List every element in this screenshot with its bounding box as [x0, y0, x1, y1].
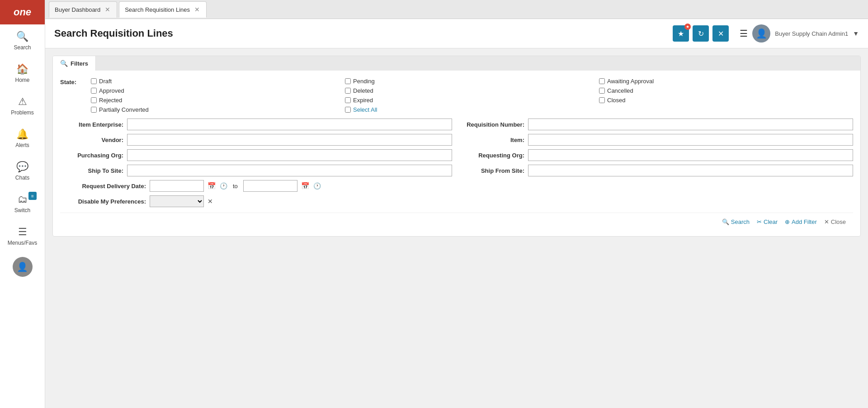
close-tab-button[interactable]: ✕: [712, 25, 729, 42]
sidebar-item-label: Alerts: [15, 142, 29, 148]
refresh-icon: ↻: [698, 29, 704, 38]
cancelled-checkbox[interactable]: [599, 88, 605, 94]
chat-icon: 💬: [16, 161, 28, 173]
requesting-org-label: Requesting Org:: [461, 152, 524, 159]
ship-from-site-input[interactable]: [528, 165, 853, 176]
page-title: Search Requisition Lines: [54, 28, 173, 39]
requesting-org-row: Requesting Org:: [461, 149, 853, 161]
item-enterprise-label: Item Enterprise:: [60, 121, 123, 128]
requisition-number-input[interactable]: [528, 119, 853, 130]
form-right-col: Requisition Number: Item: Requesting Org…: [461, 119, 853, 176]
close-link-icon: ✕: [824, 218, 829, 225]
filters-tab-item[interactable]: 🔍 Filters: [53, 56, 96, 71]
calendar-to-icon[interactable]: 📅: [301, 182, 310, 190]
state-select-all: Select All: [345, 106, 599, 113]
avatar-icon: 👤: [17, 261, 28, 272]
clock-from-icon[interactable]: 🕐: [220, 182, 227, 190]
state-cancelled: Cancelled: [599, 87, 853, 94]
clear-link-icon: ✂: [757, 218, 762, 225]
date-from-input[interactable]: [150, 180, 204, 192]
item-row: Item:: [461, 134, 853, 146]
state-label: State:: [60, 78, 87, 85]
avatar-icon: 👤: [756, 28, 767, 39]
tab-search-req-lines[interactable]: Search Requisition Lines ✕: [119, 1, 207, 18]
close-link[interactable]: ✕ Close: [824, 218, 846, 225]
state-col-1: Draft Approved Rejected: [91, 78, 345, 113]
date-to-input[interactable]: [243, 180, 297, 192]
pending-checkbox[interactable]: [345, 78, 351, 84]
user-avatar[interactable]: 👤: [752, 24, 770, 43]
avatar[interactable]: 👤: [13, 257, 33, 277]
sidebar-item-home[interactable]: 🏠 Home: [0, 57, 45, 90]
ship-from-site-label: Ship From Site:: [461, 167, 524, 174]
preferences-select[interactable]: [150, 195, 204, 207]
main-area: Buyer Dashboard ✕ Search Requisition Lin…: [45, 0, 868, 408]
sidebar-item-alerts[interactable]: 🔔 Alerts: [0, 122, 45, 155]
item-enterprise-input[interactable]: [127, 119, 452, 130]
deleted-checkbox[interactable]: [345, 88, 351, 94]
sidebar-item-label: Chats: [15, 175, 29, 181]
closed-checkbox[interactable]: [599, 97, 605, 103]
user-area: ☰ 👤 Buyer Supply Chain Admin1 ▼: [740, 24, 859, 43]
sidebar-item-label: Switch: [14, 207, 30, 213]
awaiting-approval-checkbox[interactable]: [599, 78, 605, 84]
user-dropdown-icon[interactable]: ▼: [853, 30, 859, 37]
deleted-label: Deleted: [353, 87, 373, 94]
hamburger-icon[interactable]: ☰: [740, 28, 748, 39]
partially-converted-label: Partially Converted: [99, 106, 149, 113]
header: Search Requisition Lines ★ ★ ↻ ✕ ☰ 👤 Buy…: [45, 19, 868, 48]
tab-label: Search Requisition Lines: [125, 6, 190, 13]
requesting-org-input[interactable]: [528, 149, 853, 161]
state-row: State: Draft Approved: [60, 78, 853, 113]
rejected-checkbox[interactable]: [91, 97, 97, 103]
sidebar-item-problems[interactable]: ⚠ Problems: [0, 90, 45, 122]
pending-label: Pending: [353, 78, 375, 85]
sidebar-item-search[interactable]: 🔍 Search: [0, 24, 45, 57]
tab-buyer-dashboard[interactable]: Buyer Dashboard ✕: [49, 1, 117, 18]
calendar-from-icon[interactable]: 📅: [208, 182, 216, 190]
preferences-clear-icon[interactable]: ✕: [208, 198, 213, 205]
tab-close-buyer-dashboard[interactable]: ✕: [104, 6, 111, 13]
add-filter-label: Add Filter: [792, 218, 817, 225]
bell-icon: 🔔: [16, 128, 28, 140]
draft-label: Draft: [99, 78, 112, 85]
requisition-number-label: Requisition Number:: [461, 121, 524, 128]
filters-panel: 🔍 Filters State: Draft: [52, 56, 861, 237]
ship-to-site-label: Ship To Site:: [60, 167, 123, 174]
warning-icon: ⚠: [18, 96, 27, 108]
state-expired: Expired: [345, 97, 599, 104]
filter-actions: 🔍 Search ✂ Clear ⊕ Add Filter ✕ Close: [60, 213, 853, 229]
sidebar-item-switch[interactable]: 🗂 ≡ Switch: [0, 187, 45, 220]
sidebar-item-chats[interactable]: 💬 Chats: [0, 155, 45, 187]
search-link[interactable]: 🔍 Search: [722, 218, 750, 225]
purchasing-org-label: Purchasing Org:: [60, 152, 123, 159]
filters-tab-label: Filters: [71, 60, 88, 67]
add-filter-link[interactable]: ⊕ Add Filter: [785, 218, 817, 225]
close-icon: ✕: [718, 29, 724, 38]
approved-checkbox[interactable]: [91, 88, 97, 94]
select-all-checkbox[interactable]: [345, 107, 351, 113]
app-logo[interactable]: one: [0, 0, 45, 24]
content-area: 🔍 Filters State: Draft: [45, 48, 868, 408]
sidebar-item-menus[interactable]: ☰ Menus/Favs: [0, 220, 45, 252]
state-draft: Draft: [91, 78, 345, 85]
clock-to-icon[interactable]: 🕐: [313, 182, 321, 190]
select-all-link[interactable]: Select All: [353, 106, 377, 113]
refresh-button[interactable]: ↻: [693, 25, 709, 42]
state-checkboxes: Draft Approved Rejected: [91, 78, 853, 113]
preferences-row: Disable My Preferences: ✕: [60, 195, 853, 207]
sidebar-item-label: Menus/Favs: [8, 240, 37, 246]
cancelled-label: Cancelled: [607, 87, 633, 94]
vendor-input[interactable]: [127, 134, 452, 146]
purchasing-org-input[interactable]: [127, 149, 452, 161]
partially-converted-checkbox[interactable]: [91, 107, 97, 113]
item-input[interactable]: [528, 134, 853, 146]
draft-checkbox[interactable]: [91, 78, 97, 84]
form-left-col: Item Enterprise: Vendor: Purchasing Org:: [60, 119, 452, 176]
ship-to-site-input[interactable]: [127, 165, 452, 176]
filters-tab-bar: 🔍 Filters: [53, 56, 860, 71]
clear-link[interactable]: ✂ Clear: [757, 218, 778, 225]
tab-close-search-req-lines[interactable]: ✕: [193, 6, 201, 13]
expired-checkbox[interactable]: [345, 97, 351, 103]
star-button[interactable]: ★ ★: [673, 25, 689, 42]
